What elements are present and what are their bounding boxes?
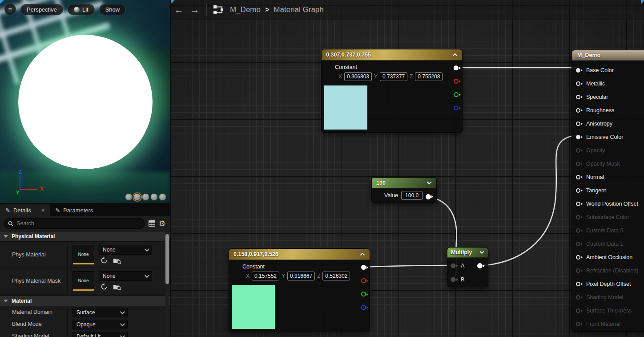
shape-mesh-button[interactable]	[159, 193, 166, 201]
pin-arrow-icon	[581, 82, 583, 85]
material-input-pin: Opacity Mask	[572, 157, 644, 171]
asset-thumbnail[interactable]: None	[72, 245, 94, 264]
input-pin-b[interactable]	[451, 277, 456, 282]
preview-viewport[interactable]: ≡ Perspective Lit Show Z X Y	[0, 0, 170, 203]
output-pin-b[interactable]	[361, 305, 366, 310]
graph-hierarchy-icon[interactable]	[213, 4, 225, 15]
shading-model-dropdown[interactable]: Default Lit	[72, 332, 128, 337]
collapse-chevron-down-icon[interactable]	[427, 181, 432, 185]
panel-focus-marker	[171, 0, 175, 4]
output-pin-rgb[interactable]	[454, 65, 459, 70]
output-pin-b[interactable]	[454, 106, 459, 110]
asset-dropdown[interactable]: None	[99, 245, 152, 255]
viewport-menu-icon[interactable]: ≡	[4, 4, 16, 15]
input-pin-a[interactable]	[451, 263, 456, 268]
node-material-result[interactable]: M_Demo Base ColorMetallicSpecularRoughne…	[572, 50, 644, 332]
node-constant3vector-a[interactable]: 0.307,0.737,0.755 Constant X 0.306803 Y …	[321, 49, 463, 133]
lit-label: Lit	[82, 6, 89, 13]
node-constant3vector-b[interactable]: 0.158,0.917,0.526 Constant X 0.157552 Y …	[229, 248, 370, 332]
section-material[interactable]: Material	[0, 296, 170, 306]
blend-mode-dropdown[interactable]: Opaque	[72, 320, 128, 329]
search-box[interactable]	[4, 218, 145, 229]
x-value-field[interactable]: 0.306803	[344, 72, 372, 81]
z-value-field[interactable]: 0.755208	[415, 72, 443, 81]
output-pin[interactable]	[477, 263, 483, 268]
material-input-pin[interactable]: World Position Offset	[572, 197, 644, 211]
node-constant-scalar[interactable]: 100 Value 100.0	[371, 177, 437, 203]
node-title: 100	[376, 180, 386, 186]
value-field[interactable]: 100.0	[401, 191, 423, 200]
row-value: None None	[68, 242, 162, 268]
collapse-chevron-up-icon[interactable]	[360, 252, 365, 256]
shape-cylinder-button[interactable]	[125, 193, 133, 201]
collapse-chevron-down-icon[interactable]	[479, 251, 484, 254]
browse-to-asset-icon[interactable]	[113, 284, 121, 290]
pin-arrow-icon	[581, 283, 583, 285]
output-pin-g[interactable]	[361, 292, 366, 296]
material-input-pin[interactable]: Normal	[572, 171, 644, 184]
perspective-button[interactable]: Perspective	[20, 4, 63, 15]
pin-circle-icon	[576, 188, 580, 193]
material-domain-dropdown[interactable]: Surface	[72, 308, 128, 317]
tab-details[interactable]: ✎ Details ×	[0, 204, 50, 216]
tab-parameters[interactable]: ✎ Parameters	[50, 204, 98, 216]
output-pin-r[interactable]	[454, 79, 459, 84]
display-filter-icon[interactable]	[149, 220, 155, 227]
show-button[interactable]: Show	[99, 4, 126, 15]
chevron-down-icon	[120, 309, 125, 314]
shape-plane-button[interactable]	[142, 193, 149, 201]
breadcrumb-current[interactable]: Material Graph	[274, 5, 323, 14]
material-input-pin[interactable]: Tangent	[572, 184, 644, 197]
color-preview-swatch	[232, 285, 275, 329]
shape-cube-button[interactable]	[150, 193, 158, 201]
shape-sphere-button[interactable]	[133, 193, 141, 201]
material-input-pin[interactable]: Base Color	[572, 64, 644, 77]
details-scrollbar[interactable]	[165, 231, 169, 336]
details-tabbar: ✎ Details × ✎ Parameters	[0, 203, 170, 216]
pin-circle-icon	[576, 268, 580, 273]
node-multiply[interactable]: Multiply A B	[447, 247, 488, 287]
use-selected-asset-icon[interactable]	[101, 283, 108, 290]
material-output-pins: Base ColorMetallicSpecularRoughnessAniso…	[572, 64, 644, 331]
back-arrow-button[interactable]: ←	[171, 4, 187, 15]
x-value-field[interactable]: 0.157552	[252, 272, 279, 280]
forward-arrow-button[interactable]: →	[187, 4, 203, 15]
search-input[interactable]	[16, 220, 141, 227]
output-pin-rgb[interactable]	[361, 265, 366, 270]
lit-mode-button[interactable]: Lit	[68, 4, 95, 15]
row-phys-material-mask: Phys Material Mask None None	[0, 268, 170, 294]
graph-toolbar: ← → M_Demo > Material Graph	[171, 0, 644, 20]
browse-to-asset-icon[interactable]	[113, 257, 121, 264]
settings-gear-icon[interactable]: ⚙	[159, 219, 165, 228]
pin-label: Opacity Mask	[586, 161, 620, 167]
tab-parameters-label: Parameters	[63, 207, 93, 214]
scrollbar-thumb[interactable]	[165, 234, 169, 284]
section-physical-material[interactable]: Physical Material	[0, 231, 170, 242]
z-value-field[interactable]: 0.526302	[322, 272, 350, 280]
output-pin[interactable]	[426, 194, 431, 199]
material-input-pin[interactable]: Emissive Color	[572, 130, 644, 144]
y-value-field[interactable]: 0.916667	[287, 272, 315, 280]
node-title: 0.158,0.917,0.526	[233, 251, 278, 257]
breadcrumb-root[interactable]: M_Demo	[230, 5, 261, 14]
close-icon[interactable]: ×	[41, 207, 45, 214]
use-selected-asset-icon[interactable]	[101, 257, 108, 264]
material-input-pin[interactable]: Specular	[572, 90, 644, 104]
material-input-pin[interactable]: Roughness	[572, 104, 644, 117]
asset-thumbnail[interactable]: None	[72, 271, 94, 291]
material-graph-canvas[interactable]: ← → M_Demo > Material Graph 0.307,0.737,…	[171, 0, 644, 337]
material-input-pin[interactable]: Pixel Depth Offset	[572, 277, 644, 291]
pin-arrow-icon	[581, 149, 583, 152]
material-input-pin[interactable]: Anisotropy	[572, 117, 644, 130]
collapse-chevron-up-icon[interactable]	[452, 53, 458, 57]
section-title: Material	[12, 298, 32, 304]
pin-arrow-icon	[581, 136, 583, 138]
tab-details-label: Details	[13, 207, 31, 214]
output-pin-g[interactable]	[454, 92, 459, 97]
material-input-pin[interactable]: Ambient Occlusion	[572, 251, 644, 264]
y-value-field[interactable]: 0.737377	[380, 72, 407, 81]
expander-arrow-icon	[4, 235, 8, 238]
output-pin-r[interactable]	[361, 278, 366, 283]
asset-dropdown[interactable]: None	[99, 271, 152, 281]
material-input-pin[interactable]: Metallic	[572, 77, 644, 90]
